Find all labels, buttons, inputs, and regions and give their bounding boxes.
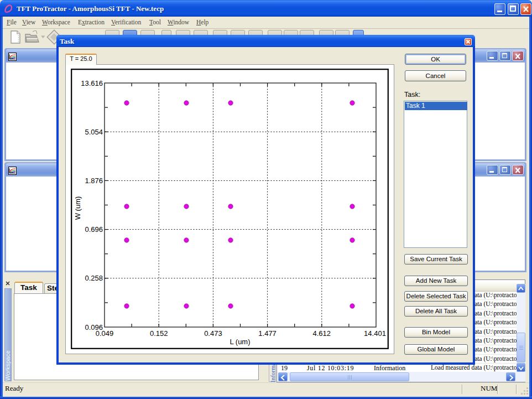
svg-text:14.401: 14.401 — [364, 329, 386, 338]
svg-text:4.612: 4.612 — [313, 329, 331, 338]
svg-text:1.876: 1.876 — [85, 177, 103, 185]
svg-text:W (um): W (um) — [74, 196, 82, 220]
svg-text:5.054: 5.054 — [85, 128, 103, 136]
svg-text:0.258: 0.258 — [85, 274, 103, 282]
svg-text:0.152: 0.152 — [150, 329, 168, 338]
svg-text:13.616: 13.616 — [81, 79, 103, 87]
svg-text:0.696: 0.696 — [85, 225, 103, 234]
svg-text:0.473: 0.473 — [204, 329, 222, 338]
svg-text:L (um): L (um) — [230, 338, 250, 346]
svg-text:0.049: 0.049 — [96, 329, 114, 338]
svg-text:1.477: 1.477 — [258, 329, 277, 338]
